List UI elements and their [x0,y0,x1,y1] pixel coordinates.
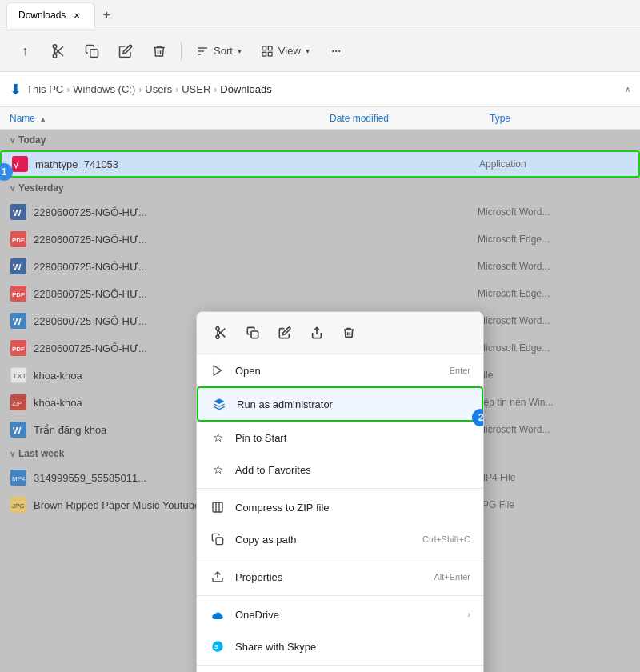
context-open-shortcut: Enter [450,366,470,375]
tab-label: Downloads [18,10,66,21]
context-properties-shortcut: Alt+Enter [434,572,470,582]
context-pin-label: Pin to Start [235,432,470,444]
address-bar: ⬇ This PC › Windows (C:) › Users › USER … [0,72,640,107]
breadcrumb-downloads: Downloads [220,83,271,95]
context-copypath-shortcut: Ctrl+Shift+C [422,534,470,544]
context-properties-label: Properties [235,571,434,583]
sort-dropdown-icon: ▾ [238,46,242,55]
context-run-admin-item[interactable]: Run as administrator 2 [197,386,483,422]
context-sep-4 [197,665,483,666]
svg-rect-44 [216,538,223,545]
context-favorites-item[interactable]: ☆ Add to Favorites [197,454,483,486]
svg-text:S: S [214,644,218,650]
toolbar-separator-1 [181,42,182,61]
breadcrumb-windows[interactable]: Windows (C:) [73,83,135,95]
context-properties-icon [210,569,226,585]
context-run-admin-label: Run as administrator [237,398,469,410]
main-window: Downloads ✕ + ↑ Sort ▾ View ▾ [0,0,640,672]
breadcrumb-sep-4: › [214,84,217,95]
file-area: Name ▲ Date modified Type ∨ Today [0,107,640,672]
context-rename-button[interactable] [270,318,299,347]
sort-label: Sort [214,45,233,57]
context-more-item[interactable]: Show more options Shift+F10 [197,668,483,672]
view-label: View [278,45,301,57]
context-onedrive-arrow: › [467,610,470,619]
breadcrumb-user[interactable]: USER [182,83,210,95]
svg-marker-40 [214,366,221,375]
title-bar: Downloads ✕ + [0,0,640,30]
context-zip-icon [210,499,226,515]
toolbar-more-button[interactable]: ··· [321,36,351,66]
context-pin-item[interactable]: ☆ Pin to Start [197,422,483,454]
new-tab-button[interactable]: + [95,4,118,26]
breadcrumb-this-pc[interactable]: This PC [26,83,63,95]
context-skype-label: Share with Skype [235,641,470,653]
context-skype-icon: S [210,638,226,654]
breadcrumb-users[interactable]: Users [145,83,172,95]
context-sep-3 [197,595,483,596]
context-sep-2 [197,558,483,558]
context-delete-button[interactable] [334,318,363,347]
context-menu: Open Enter Run as administrator 2 ☆ Pin … [196,311,484,672]
view-dropdown-icon: ▾ [306,46,310,55]
toolbar-cut-button[interactable] [43,36,74,66]
context-onedrive-label: OneDrive [235,609,464,621]
breadcrumb-sep-3: › [175,84,178,95]
context-share-button[interactable] [302,318,331,347]
toolbar-sort-button[interactable]: Sort ▾ [188,36,250,66]
svg-rect-41 [213,502,222,512]
svg-point-1 [53,44,57,48]
tab-close-button[interactable]: ✕ [70,9,83,22]
tab-area: Downloads ✕ + [6,0,118,30]
context-favorites-label: Add to Favorites [235,464,470,476]
context-open-item[interactable]: Open Enter [197,354,483,386]
toolbar-delete-button[interactable] [144,36,174,66]
address-expand-button[interactable]: ∧ [625,85,630,94]
svg-point-36 [216,327,219,330]
svg-rect-3 [90,49,98,57]
toolbar: ↑ Sort ▾ View ▾ ··· [0,30,640,72]
svg-rect-9 [262,52,266,56]
context-menu-toolbar [197,312,483,354]
breadcrumb: This PC › Windows (C:) › Users › USER › … [26,83,620,95]
svg-rect-38 [251,331,258,338]
context-open-label: Open [235,365,450,377]
context-copypath-label: Copy as path [235,534,422,546]
context-onedrive-icon [210,606,226,622]
context-cut-button[interactable] [206,318,235,347]
context-zip-label: Compress to ZIP file [235,502,470,514]
svg-rect-8 [268,46,272,50]
svg-rect-7 [262,46,266,50]
svg-point-35 [216,335,219,338]
context-open-icon [210,362,226,378]
toolbar-copy-button[interactable] [77,36,107,66]
svg-point-0 [53,54,57,58]
active-tab[interactable]: Downloads ✕ [6,2,95,28]
toolbar-rename-button[interactable] [110,36,141,66]
toolbar-view-button[interactable]: View ▾ [253,36,318,66]
download-icon: ⬇ [10,81,22,98]
context-copypath-icon [210,531,226,547]
context-favorites-icon: ☆ [210,462,226,478]
context-properties-item[interactable]: Properties Alt+Enter [197,561,483,593]
breadcrumb-sep-2: › [138,84,142,95]
context-copy-button[interactable] [238,318,267,347]
context-copypath-item[interactable]: Copy as path Ctrl+Shift+C [197,523,483,555]
breadcrumb-sep-1: › [66,84,70,95]
context-skype-item[interactable]: S Share with Skype [197,630,483,662]
context-zip-item[interactable]: Compress to ZIP file [197,491,483,523]
svg-rect-10 [268,52,272,56]
toolbar-up-button[interactable]: ↑ [10,36,40,66]
context-run-admin-icon [211,396,227,412]
context-pin-icon: ☆ [210,430,226,446]
context-onedrive-item[interactable]: OneDrive › [197,598,483,630]
context-sep-1 [197,488,483,489]
